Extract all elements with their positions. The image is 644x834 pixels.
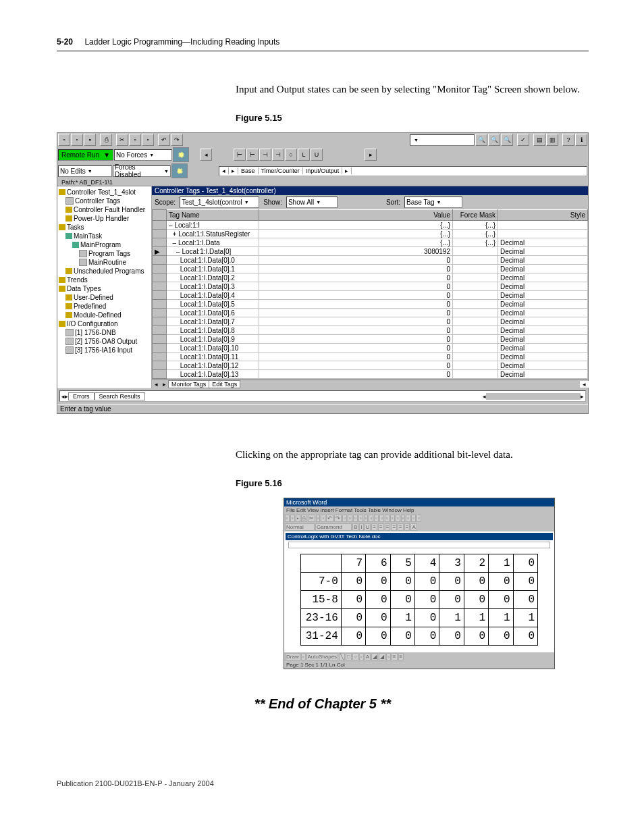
- column-header[interactable]: Style: [498, 210, 588, 221]
- tree-item[interactable]: MainTask: [59, 232, 150, 240]
- tree-item[interactable]: [1] 1756-DNB: [59, 328, 150, 337]
- verify-icon[interactable]: ✓: [517, 134, 529, 146]
- tree-item[interactable]: MainRoutine: [59, 258, 150, 267]
- forces-disabled-dropdown[interactable]: Forces Disabled▼: [113, 165, 171, 177]
- tag-name-cell: + Local:1:I.StatusRegister: [167, 230, 259, 238]
- edits-dropdown[interactable]: No Edits▼: [58, 165, 112, 177]
- tag-search-dropdown[interactable]: ▼: [410, 134, 475, 146]
- table-row[interactable]: Local:1:I.Data[0].100Decimal: [153, 344, 588, 353]
- branch-icon[interactable]: ⊢: [246, 149, 259, 161]
- table-row[interactable]: Local:1:I.Data[0].60Decimal: [153, 309, 588, 317]
- tree-item[interactable]: Controller Test_1_4slot: [59, 188, 150, 197]
- table-row[interactable]: – Local:1:I.Data{...}{...}Decimal: [153, 238, 588, 247]
- table-row[interactable]: Local:1:I.Data[0].50Decimal: [153, 300, 588, 309]
- word-menubar[interactable]: File Edit View Insert Format Tools Table…: [284, 506, 554, 514]
- new-icon[interactable]: ▫: [58, 134, 70, 146]
- show-dropdown[interactable]: Show All▼: [286, 197, 338, 208]
- table-row[interactable]: Local:1:I.Data[0].80Decimal: [153, 326, 588, 335]
- xio-icon[interactable]: ⊣: [272, 149, 284, 161]
- help-icon[interactable]: ?: [562, 134, 574, 146]
- word-toolbar-2[interactable]: NormalGaramondBIU≡≡≡≡≡≡A: [284, 523, 554, 531]
- tree-item[interactable]: Tasks: [59, 223, 150, 232]
- bit-value: 0: [464, 573, 488, 591]
- open-icon[interactable]: ▫: [71, 134, 83, 146]
- style-cell: Decimal: [498, 247, 588, 256]
- word-toolbar-1[interactable]: ▫▫▪⎙✂▫▫↶↷▫▫▫▫▫▫▫▫▫▫▫▫▫▫▫: [284, 514, 554, 523]
- tree-item[interactable]: Predefined: [59, 302, 150, 311]
- save-icon[interactable]: ▪: [84, 134, 96, 146]
- scope-dropdown[interactable]: Test_1_4slot(control▼: [180, 197, 259, 208]
- grid-bottom-tabs[interactable]: ◂▸ Monitor Tags Edit Tags ◂: [152, 379, 588, 388]
- redo-icon[interactable]: ↷: [171, 134, 183, 146]
- ote-icon[interactable]: ○: [285, 149, 297, 161]
- column-header[interactable]: Force Mask: [453, 210, 498, 221]
- nav-prev-icon[interactable]: ◂: [200, 149, 212, 161]
- error-bar[interactable]: ◂▸ Errors Search Results ◂▸: [59, 390, 586, 402]
- tile-h-icon[interactable]: ▤: [533, 134, 545, 146]
- bit-value: 0: [464, 591, 488, 609]
- table-row[interactable]: Local:1:I.Data[0].120Decimal: [153, 361, 588, 370]
- tree-item[interactable]: User-Defined: [59, 293, 150, 302]
- otu-icon[interactable]: U: [311, 149, 323, 161]
- undo-icon[interactable]: ↶: [158, 134, 170, 146]
- tree-item[interactable]: Data Types: [59, 284, 150, 293]
- tree-item[interactable]: I/O Configuration: [59, 319, 150, 328]
- ruler[interactable]: [288, 542, 550, 548]
- table-row[interactable]: Local:1:I.Data[0].70Decimal: [153, 317, 588, 326]
- remote-run-indicator[interactable]: Remote Run▼: [58, 149, 113, 161]
- otl-icon[interactable]: L: [298, 149, 310, 161]
- instruction-tabstrip[interactable]: ◂▸BaseTimer/CounterInput/Output▸: [219, 166, 587, 176]
- sort-dropdown[interactable]: Base Tag▼: [404, 197, 462, 208]
- find-icon[interactable]: 🔍: [475, 134, 487, 146]
- copy-icon[interactable]: ▫: [129, 134, 141, 146]
- tree-item[interactable]: Unscheduled Programs: [59, 267, 150, 276]
- tree-item[interactable]: Controller Fault Handler: [59, 205, 150, 214]
- style-cell: Decimal: [498, 256, 588, 265]
- gear-icon[interactable]: ✹: [173, 147, 189, 162]
- controller-tree[interactable]: Controller Test_1_4slotController TagsCo…: [57, 186, 152, 388]
- table-row[interactable]: Local:1:I.Data[0].40Decimal: [153, 291, 588, 300]
- tab-monitor[interactable]: Monitor Tags: [168, 380, 209, 388]
- print-icon[interactable]: ⎙: [100, 134, 112, 146]
- folder-icon: [59, 277, 65, 283]
- tab-edit[interactable]: Edit Tags: [209, 380, 240, 388]
- table-row[interactable]: Local:1:I.Data[0].10Decimal: [153, 265, 588, 273]
- gear2-icon[interactable]: ✹: [171, 163, 188, 178]
- table-row[interactable]: Local:1:I.Data[0].20Decimal: [153, 273, 588, 282]
- tree-item[interactable]: Module-Defined: [59, 311, 150, 319]
- tree-item[interactable]: [3] 1756-IA16 Input: [59, 346, 150, 355]
- tree-item[interactable]: Power-Up Handler: [59, 214, 150, 223]
- xic-icon[interactable]: ⊣: [259, 149, 271, 161]
- tree-item[interactable]: Program Tags: [59, 249, 150, 258]
- column-header[interactable]: Value: [259, 210, 453, 221]
- cut-icon[interactable]: ✂: [116, 134, 128, 146]
- forces-dropdown[interactable]: No Forces▼: [114, 149, 172, 161]
- table-row[interactable]: Local:1:I.Data[0].00Decimal: [153, 256, 588, 265]
- tree-item[interactable]: Controller Tags: [59, 197, 150, 205]
- bit-value: 1: [390, 609, 414, 627]
- word-toolbar-drawing[interactable]: Draw▫AutoShapes╲□○▫A◢◢▫≡≡: [284, 652, 554, 661]
- paste-icon[interactable]: ▫: [142, 134, 154, 146]
- rung-icon[interactable]: ⊢: [234, 149, 246, 161]
- tree-item[interactable]: Trends: [59, 276, 150, 284]
- column-header[interactable]: Tag Name: [167, 210, 259, 221]
- table-row[interactable]: ▶ – Local:1:I.Data[0]3080192Decimal: [153, 247, 588, 256]
- find-next-icon[interactable]: 🔍: [488, 134, 500, 146]
- tag-grid[interactable]: Tag NameValueForce MaskStyle– Local:1:I{…: [152, 209, 588, 379]
- table-row[interactable]: Local:1:I.Data[0].90Decimal: [153, 335, 588, 344]
- find-prev-icon[interactable]: 🔍: [501, 134, 513, 146]
- tab-search-results[interactable]: Search Results: [95, 392, 145, 400]
- table-row[interactable]: – Local:1:I{...}{...}: [153, 221, 588, 230]
- table-row[interactable]: + Local:1:I.StatusRegister{...}{...}: [153, 230, 588, 238]
- tab-errors[interactable]: Errors: [68, 392, 95, 400]
- tile-v-icon[interactable]: ▥: [546, 134, 558, 146]
- table-row[interactable]: Local:1:I.Data[0].30Decimal: [153, 282, 588, 291]
- tree-item[interactable]: MainProgram: [59, 240, 150, 249]
- forcemask-cell: [453, 300, 498, 309]
- table-row[interactable]: Local:1:I.Data[0].130Decimal: [153, 370, 588, 379]
- nav-next-icon[interactable]: ▸: [365, 149, 377, 161]
- tree-item[interactable]: [2] 1756-OA8 Output: [59, 337, 150, 346]
- table-row[interactable]: Local:1:I.Data[0].110Decimal: [153, 353, 588, 361]
- about-icon[interactable]: ℹ: [575, 134, 587, 146]
- folder-icon: [79, 250, 87, 257]
